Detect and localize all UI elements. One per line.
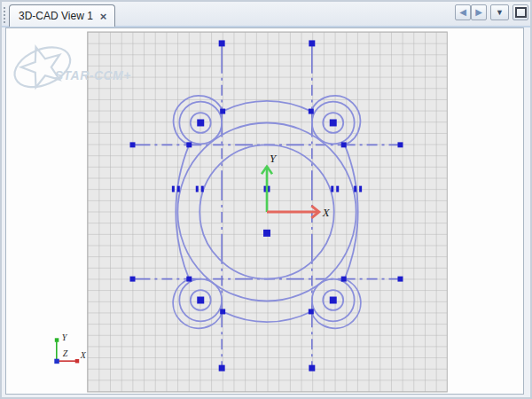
tab-bar: 3D-CAD View 1 × ◀ ▶ ▼ bbox=[2, 2, 530, 27]
sketch-point-handle[interactable] bbox=[220, 309, 225, 314]
sketch-svg: STAR-CCM+ Y X Y Z X bbox=[6, 28, 523, 394]
x-axis-label: X bbox=[322, 206, 331, 219]
curve-handle[interactable] bbox=[196, 186, 199, 192]
sketch-point-handle[interactable] bbox=[397, 142, 403, 147]
tabbar-grip-handle[interactable] bbox=[3, 6, 7, 23]
tab-close-icon[interactable]: × bbox=[99, 11, 108, 22]
sketch-point-handle[interactable] bbox=[219, 365, 225, 372]
chevron-down-icon: ▼ bbox=[496, 9, 504, 17]
right-arrow-icon: ▶ bbox=[475, 8, 482, 17]
triad-y-tip-icon bbox=[55, 338, 59, 341]
orientation-triad: Y Z X bbox=[54, 332, 86, 364]
sketch-point-handle[interactable] bbox=[197, 120, 204, 127]
sketch-point-handle[interactable] bbox=[220, 109, 225, 114]
sketch-point-handle[interactable] bbox=[197, 297, 204, 304]
sketch-point-handle[interactable] bbox=[330, 297, 337, 304]
sketch-point-handle[interactable] bbox=[309, 365, 315, 372]
sketch-point-handle[interactable] bbox=[397, 277, 403, 282]
curve-handle[interactable] bbox=[354, 186, 356, 192]
scroll-tabs-right-button[interactable]: ▶ bbox=[471, 4, 487, 20]
logo-text: STAR-CCM+ bbox=[55, 68, 131, 82]
scroll-tabs-left-button[interactable]: ◀ bbox=[455, 4, 471, 20]
maximize-button[interactable] bbox=[512, 4, 528, 20]
window-controls: ◀ ▶ ▼ bbox=[454, 4, 528, 20]
sketch-point-handle[interactable] bbox=[263, 230, 270, 237]
tab-3d-cad-view-1[interactable]: 3D-CAD View 1 × bbox=[9, 4, 115, 27]
tab-list-button[interactable]: ▼ bbox=[490, 4, 509, 20]
curve-handle[interactable] bbox=[172, 186, 175, 192]
left-arrow-icon: ◀ bbox=[459, 8, 466, 17]
curve-handle[interactable] bbox=[336, 186, 339, 192]
sketch-point-handle[interactable] bbox=[130, 277, 136, 282]
sketch-point-handle[interactable] bbox=[130, 142, 136, 147]
cad-viewport[interactable]: STAR-CCM+ Y X Y Z X bbox=[5, 27, 524, 395]
sketch-point-handle[interactable] bbox=[330, 120, 337, 127]
curve-handle[interactable] bbox=[331, 186, 333, 192]
sketch-point-handle[interactable] bbox=[309, 309, 314, 314]
curve-handle[interactable] bbox=[359, 186, 362, 192]
sketch-point-handle[interactable] bbox=[341, 277, 347, 282]
triad-y-label: Y bbox=[62, 332, 68, 342]
sketch-point-handle[interactable] bbox=[309, 40, 315, 46]
sketch-point-handle[interactable] bbox=[341, 142, 347, 147]
curve-handle[interactable] bbox=[177, 186, 180, 192]
curve-handle[interactable] bbox=[201, 186, 204, 192]
sketch-point-handle[interactable] bbox=[186, 277, 192, 282]
triad-z-label: Z bbox=[63, 348, 68, 358]
tab-title: 3D-CAD View 1 bbox=[19, 10, 93, 22]
cad-view-window: 3D-CAD View 1 × ◀ ▶ ▼ bbox=[0, 0, 532, 399]
sketch-point-handle[interactable] bbox=[219, 40, 225, 46]
triad-z-tip-icon bbox=[54, 359, 59, 364]
triad-x-tip-icon bbox=[75, 359, 79, 363]
sketch-point-handle[interactable] bbox=[186, 142, 192, 147]
maximize-icon bbox=[515, 7, 527, 18]
sketch-point-handle[interactable] bbox=[309, 109, 314, 114]
triad-x-label: X bbox=[80, 350, 87, 360]
